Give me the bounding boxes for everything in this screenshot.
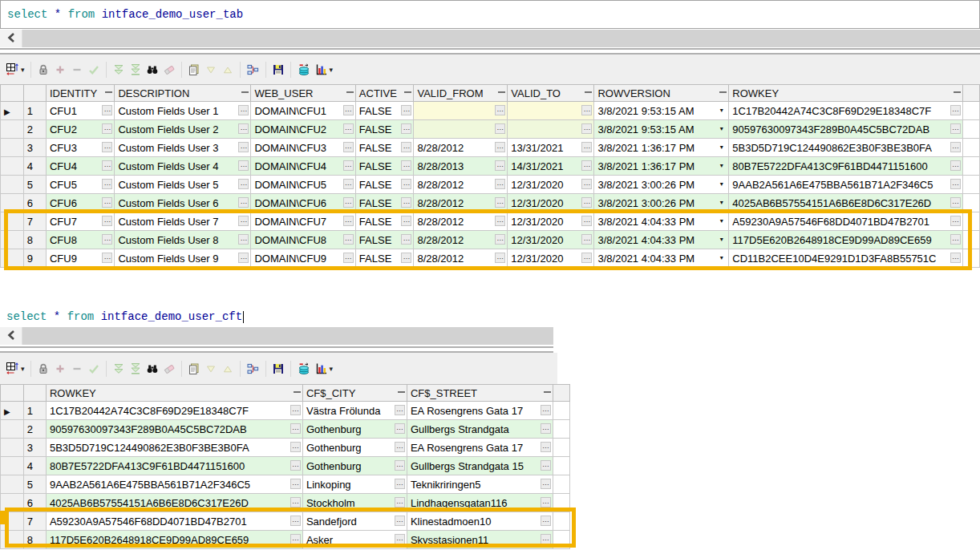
cell-ellipsis-button[interactable]: …: [102, 160, 112, 171]
post-changes-button[interactable]: [86, 359, 102, 378]
cell-ellipsis-button[interactable]: …: [238, 123, 249, 134]
insert-row-button[interactable]: [52, 60, 68, 79]
grid-cell[interactable]: CFU5…: [46, 176, 115, 194]
grid-cell[interactable]: 3/8/2021 1:36:17 PM▾: [594, 139, 729, 157]
cell-ellipsis-button[interactable]: …: [581, 160, 592, 171]
scrollbar-track[interactable]: [22, 30, 980, 47]
row-indicator-cell[interactable]: [1, 139, 24, 157]
row-indicator-cell[interactable]: [1, 457, 24, 475]
grid-cell[interactable]: 80B7E5722DFA413C9F61BD4471151600…: [46, 457, 302, 475]
grid-cell[interactable]: DOMAIN\CFU2…: [251, 120, 355, 139]
grid-cell[interactable]: EA Rosengrens Gata 17…: [407, 402, 553, 420]
cell-ellipsis-button[interactable]: …: [343, 253, 354, 263]
cell-dropdown-button[interactable]: ▾: [716, 197, 727, 208]
cell-ellipsis-button[interactable]: …: [581, 105, 592, 115]
cell-ellipsis-button[interactable]: …: [290, 479, 301, 489]
grid-cell[interactable]: Gullbergs Strandgata…: [407, 420, 553, 439]
cell-ellipsis-button[interactable]: …: [343, 123, 354, 134]
cell-dropdown-button[interactable]: ▾: [716, 179, 727, 189]
grid-cell[interactable]: Custom Fields User 4…: [115, 157, 251, 176]
column-resize-handle[interactable]: [585, 91, 592, 93]
grid-cell[interactable]: Klinestadmoen10…: [407, 512, 553, 531]
cell-ellipsis-button[interactable]: …: [343, 105, 354, 115]
find-button[interactable]: [144, 359, 160, 378]
cell-ellipsis-button[interactable]: …: [238, 160, 249, 171]
grid-cell[interactable]: Custom Fields User 5…: [115, 176, 251, 194]
grid-cell[interactable]: 80B7E5722DFA413C9F61BD4471151600…: [729, 157, 963, 176]
cell-ellipsis-button[interactable]: …: [395, 423, 405, 434]
cell-ellipsis-button[interactable]: …: [541, 516, 551, 526]
cell-ellipsis-button[interactable]: …: [343, 142, 354, 152]
cell-ellipsis-button[interactable]: …: [395, 534, 405, 544]
fetch-all-button[interactable]: [128, 359, 144, 378]
grid-cell[interactable]: CFU9…: [46, 249, 115, 268]
cell-ellipsis-button[interactable]: …: [541, 534, 551, 544]
grid-cell[interactable]: 5B3D5D719C124490862E3B0F3BE3B0FA…: [729, 139, 963, 157]
cell-ellipsis-button[interactable]: …: [495, 253, 505, 263]
column-resize-handle[interactable]: [498, 91, 505, 93]
grid-cell[interactable]: 12/31/2020…: [508, 212, 594, 231]
move-up-button[interactable]: [220, 60, 236, 79]
row-indicator-cell[interactable]: [1, 475, 24, 494]
grid-cell[interactable]: Custom Fields User 2…: [115, 120, 251, 139]
cell-ellipsis-button[interactable]: …: [541, 423, 551, 434]
grid-cell[interactable]: …: [508, 102, 594, 120]
grid-cell[interactable]: 12/31/2020…: [508, 231, 594, 249]
grid-cell[interactable]: Skysstasjonen11…: [407, 531, 553, 549]
row-indicator-cell[interactable]: [1, 212, 24, 231]
cell-dropdown-button[interactable]: ▾: [716, 105, 727, 115]
cell-ellipsis-button[interactable]: …: [238, 253, 249, 263]
cell-ellipsis-button[interactable]: …: [541, 497, 551, 508]
cell-dropdown-button[interactable]: ▾: [716, 160, 727, 171]
grid-cell[interactable]: 8/28/2013…: [414, 157, 508, 176]
grid-cell[interactable]: CFU1…: [46, 102, 115, 120]
cell-ellipsis-button[interactable]: …: [343, 160, 354, 171]
grid-cell[interactable]: DOMAIN\CFU8…: [251, 231, 355, 249]
grid-cell[interactable]: 90597630097343F289B0A45C5BC72DAB…: [729, 120, 963, 139]
fetch-next-button[interactable]: [111, 359, 127, 378]
grid-cell[interactable]: FALSE…: [355, 120, 414, 139]
row-indicator-cell[interactable]: [1, 194, 24, 212]
grid-cell[interactable]: 1C17B20442A74C3C8F69D29E18348C7F…: [46, 402, 302, 420]
cell-ellipsis-button[interactable]: …: [401, 160, 411, 171]
grid-cell[interactable]: 9AAB2A561A6E475BBA561B71A2F346C5…: [46, 475, 302, 494]
cell-ellipsis-button[interactable]: …: [541, 479, 551, 489]
grid-cell[interactable]: 3/8/2021 3:00:26 PM▾: [594, 194, 729, 212]
cell-ellipsis-button[interactable]: …: [541, 405, 551, 415]
column-header-valid-to[interactable]: VALID_TO: [508, 85, 594, 102]
cell-ellipsis-button[interactable]: …: [343, 197, 354, 208]
grid-cell[interactable]: Lindhagensgatan116…: [407, 494, 553, 512]
grid-cell[interactable]: EA Rosengrens Gata 17…: [407, 439, 553, 457]
row-number-cell[interactable]: 1: [23, 102, 46, 120]
grid-cell[interactable]: 8/28/2012…: [414, 194, 508, 212]
grid-cell[interactable]: FALSE…: [355, 249, 414, 268]
sort-tree-button[interactable]: [245, 60, 261, 79]
cell-ellipsis-button[interactable]: …: [950, 142, 961, 152]
grid-cell[interactable]: 3/8/2021 4:04:33 PM▾: [594, 212, 729, 231]
fetch-next-button[interactable]: [111, 60, 127, 79]
cell-ellipsis-button[interactable]: …: [102, 253, 112, 263]
grid-cell[interactable]: …: [414, 102, 508, 120]
horizontal-scrollbar-top[interactable]: [0, 30, 980, 47]
grid-cell[interactable]: DOMAIN\CFU9…: [251, 249, 355, 268]
grid-cell[interactable]: CFU6…: [46, 194, 115, 212]
grid-cell[interactable]: 9AAB2A561A6E475BBA561B71A2F346C5…: [729, 176, 963, 194]
grid-cell[interactable]: 3/8/2021 4:04:33 PM▾: [594, 249, 729, 268]
grid-cell[interactable]: 1C17B20442A74C3C8F69D29E18348C7F…: [729, 102, 963, 120]
grid-cell[interactable]: 90597630097343F289B0A45C5BC72DAB…: [46, 420, 302, 439]
grid-cell[interactable]: CFU2…: [46, 120, 115, 139]
cell-ellipsis-button[interactable]: …: [541, 442, 551, 452]
row-number-cell[interactable]: 2: [23, 120, 46, 139]
grid-cell[interactable]: 3/8/2021 1:36:17 PM▾: [594, 157, 729, 176]
cell-ellipsis-button[interactable]: …: [343, 179, 354, 189]
row-indicator-cell[interactable]: ▶: [1, 102, 24, 120]
scroll-left-button[interactable]: [0, 327, 22, 345]
cell-ellipsis-button[interactable]: …: [238, 142, 249, 152]
scrollbar-track[interactable]: [22, 327, 553, 345]
insert-row-button[interactable]: [52, 359, 68, 378]
cell-ellipsis-button[interactable]: …: [238, 179, 249, 189]
cell-ellipsis-button[interactable]: …: [581, 142, 592, 152]
cell-ellipsis-button[interactable]: …: [401, 179, 411, 189]
lock-button[interactable]: [35, 60, 51, 79]
grid-cell[interactable]: A59230A9A57546F68DD4071BD47B2701…: [729, 212, 963, 231]
